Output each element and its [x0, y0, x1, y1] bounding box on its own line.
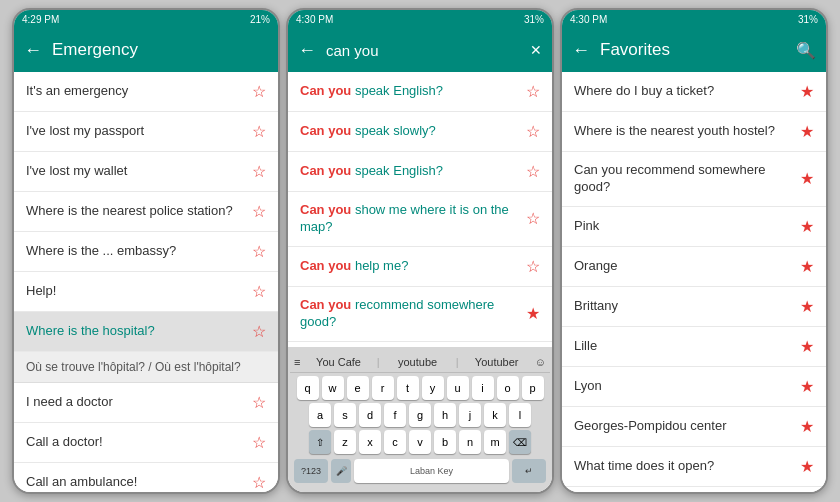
key-m[interactable]: m	[484, 430, 506, 454]
list-item[interactable]: Where do I buy a ticket? ★	[562, 72, 826, 112]
key-p[interactable]: p	[522, 376, 544, 400]
key-space[interactable]: Laban Key	[354, 459, 509, 483]
star-icon[interactable]: ☆	[252, 282, 266, 301]
list-item[interactable]: Can you show me where it is on the map? …	[288, 192, 552, 247]
key-enter[interactable]: ↵	[512, 459, 546, 483]
list-item[interactable]: Call a doctor! ☆	[14, 423, 278, 463]
key-v[interactable]: v	[409, 430, 431, 454]
list-item[interactable]: What time does it open? ★	[562, 447, 826, 487]
key-123[interactable]: ?123	[294, 459, 328, 483]
back-button-3[interactable]: ←	[572, 40, 590, 61]
star-icon[interactable]: ☆	[526, 209, 540, 228]
key-t[interactable]: t	[397, 376, 419, 400]
list-item[interactable]: Can you speak English? ☆	[288, 152, 552, 192]
list-item[interactable]: Orange ★	[562, 247, 826, 287]
list-item[interactable]: I've lost my passport ☆	[14, 112, 278, 152]
key-q[interactable]: q	[297, 376, 319, 400]
key-s[interactable]: s	[334, 403, 356, 427]
search-icon[interactable]: 🔍	[796, 41, 816, 60]
list-item[interactable]: Where is the nearest police station? ☆	[14, 192, 278, 232]
suggestion-2[interactable]: youtube	[383, 355, 451, 369]
list-item[interactable]: It's an emergency ☆	[14, 72, 278, 112]
item-text: Lyon	[574, 378, 794, 395]
suggestion-3[interactable]: Youtuber	[463, 355, 531, 369]
star-icon-filled[interactable]: ★	[800, 257, 814, 276]
star-icon-filled[interactable]: ★	[526, 304, 540, 323]
star-icon-filled[interactable]: ★	[800, 417, 814, 436]
key-y[interactable]: y	[422, 376, 444, 400]
key-o[interactable]: o	[497, 376, 519, 400]
list-item[interactable]: Brittany ★	[562, 287, 826, 327]
star-icon[interactable]: ☆	[252, 82, 266, 101]
star-icon-filled[interactable]: ★	[800, 122, 814, 141]
key-i[interactable]: i	[472, 376, 494, 400]
key-a[interactable]: a	[309, 403, 331, 427]
star-icon[interactable]: ☆	[252, 433, 266, 452]
star-icon[interactable]: ☆	[252, 202, 266, 221]
key-backspace[interactable]: ⌫	[509, 430, 531, 454]
list-item[interactable]: I need a doctor ☆	[14, 383, 278, 423]
star-icon-filled[interactable]: ★	[800, 82, 814, 101]
back-button-2[interactable]: ←	[298, 40, 316, 61]
key-u[interactable]: u	[447, 376, 469, 400]
back-button-1[interactable]: ←	[24, 40, 42, 61]
list-item[interactable]: Pink ★	[562, 207, 826, 247]
list-item[interactable]: Can you recommend somewhere good? ★	[288, 287, 552, 342]
star-icon-filled[interactable]: ★	[800, 377, 814, 396]
star-icon-filled[interactable]: ★	[800, 169, 814, 188]
keyboard-rows: q w e r t y u i o p a s d f g h	[290, 373, 550, 488]
clear-button[interactable]: ✕	[530, 42, 542, 58]
list-item[interactable]: Lyon ★	[562, 367, 826, 407]
key-h[interactable]: h	[434, 403, 456, 427]
list-item[interactable]: Can you speak slowly? ☆	[288, 112, 552, 152]
key-b[interactable]: b	[434, 430, 456, 454]
item-text: Can you show me where it is on the map?	[300, 202, 520, 236]
key-w[interactable]: w	[322, 376, 344, 400]
star-icon[interactable]: ☆	[252, 242, 266, 261]
emoji-icon[interactable]: ☺	[535, 356, 546, 368]
list-item[interactable]: Can you recommend somewhere good? ★	[562, 152, 826, 207]
star-icon-filled[interactable]: ★	[800, 337, 814, 356]
item-text: Can you speak English?	[300, 163, 520, 180]
key-c[interactable]: c	[384, 430, 406, 454]
list-item[interactable]: Lille ★	[562, 327, 826, 367]
key-mic[interactable]: 🎤	[331, 459, 351, 483]
suggestion-1[interactable]: You Cafe	[304, 355, 372, 369]
key-z[interactable]: z	[334, 430, 356, 454]
list-item[interactable]: Do you have a girlfriend? ★	[562, 487, 826, 492]
key-shift[interactable]: ⇧	[309, 430, 331, 454]
list-item[interactable]: Georges-Pompidou center ★	[562, 407, 826, 447]
star-icon[interactable]: ☆	[526, 82, 540, 101]
star-icon[interactable]: ☆	[252, 322, 266, 341]
star-icon[interactable]: ☆	[526, 122, 540, 141]
key-e[interactable]: e	[347, 376, 369, 400]
list-item[interactable]: Where is the ... embassy? ☆	[14, 232, 278, 272]
key-j[interactable]: j	[459, 403, 481, 427]
key-l[interactable]: l	[509, 403, 531, 427]
key-k[interactable]: k	[484, 403, 506, 427]
star-icon[interactable]: ☆	[252, 393, 266, 412]
key-x[interactable]: x	[359, 430, 381, 454]
list-item[interactable]: Call an ambulance! ☆	[14, 463, 278, 492]
star-icon-filled[interactable]: ★	[800, 217, 814, 236]
star-icon[interactable]: ☆	[526, 162, 540, 181]
star-icon-filled[interactable]: ★	[800, 297, 814, 316]
star-icon[interactable]: ☆	[252, 162, 266, 181]
list-item[interactable]: Where is the nearest youth hostel? ★	[562, 112, 826, 152]
star-icon-filled[interactable]: ★	[800, 457, 814, 476]
list-item[interactable]: Can you speak English? ☆	[288, 72, 552, 112]
search-input[interactable]	[326, 42, 520, 59]
list-item[interactable]: Help! ☆	[14, 272, 278, 312]
star-icon[interactable]: ☆	[526, 257, 540, 276]
key-f[interactable]: f	[384, 403, 406, 427]
key-d[interactable]: d	[359, 403, 381, 427]
list-item-active[interactable]: Where is the hospital? ☆	[14, 312, 278, 352]
star-icon[interactable]: ☆	[252, 473, 266, 492]
header-title-3: Favorites	[600, 40, 786, 60]
list-item[interactable]: I've lost my wallet ☆	[14, 152, 278, 192]
key-n[interactable]: n	[459, 430, 481, 454]
list-item[interactable]: Can you help me? ☆	[288, 247, 552, 287]
key-r[interactable]: r	[372, 376, 394, 400]
key-g[interactable]: g	[409, 403, 431, 427]
star-icon[interactable]: ☆	[252, 122, 266, 141]
